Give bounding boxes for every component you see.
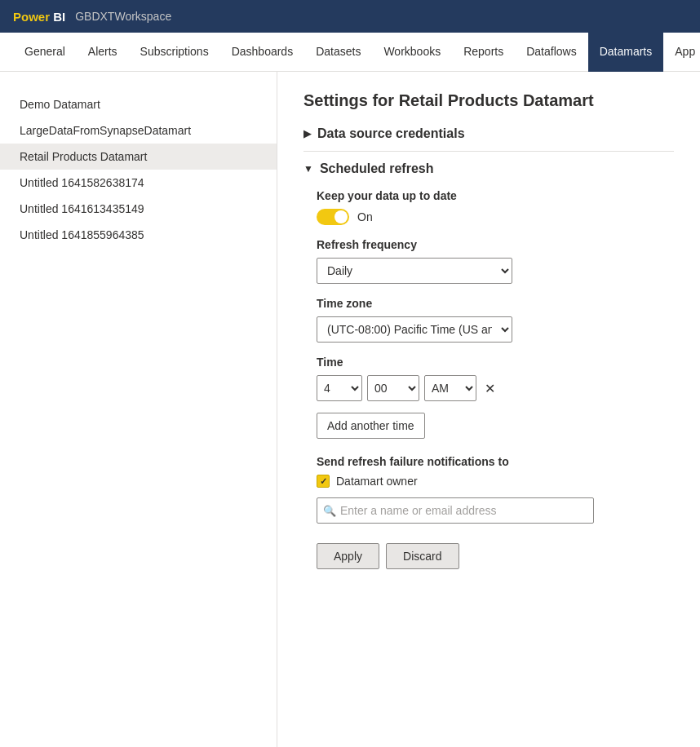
main-layout: Demo Datamart LargeDataFromSynapseDatama… — [0, 72, 700, 747]
tab-reports[interactable]: Reports — [452, 33, 515, 72]
content-area: Settings for Retail Products Datamart ▶ … — [277, 72, 700, 747]
page-title: Settings for Retail Products Datamart — [303, 91, 674, 110]
sidebar-item-untitled-1[interactable]: Untitled 1641582638174 — [0, 170, 277, 196]
datamart-owner-checkbox[interactable] — [317, 475, 330, 488]
discard-button[interactable]: Discard — [386, 543, 459, 569]
tab-datamarts[interactable]: Datamarts — [588, 33, 664, 72]
sidebar-item-demo-datamart[interactable]: Demo Datamart — [0, 91, 277, 117]
sidebar: Demo Datamart LargeDataFromSynapseDatama… — [0, 72, 277, 747]
sidebar-item-untitled-2[interactable]: Untitled 1641613435149 — [0, 196, 277, 222]
divider — [303, 151, 674, 152]
timezone-select[interactable]: (UTC-08:00) Pacific Time (US an… — [317, 316, 512, 343]
notifications-label: Send refresh failure notifications to — [317, 455, 674, 468]
tab-dataflows[interactable]: Dataflows — [515, 33, 587, 72]
tab-workbooks[interactable]: Workbooks — [372, 33, 452, 72]
powerbi-logo: Power BI — [13, 10, 65, 24]
brand: Power BI — [13, 10, 65, 24]
sidebar-item-untitled-3[interactable]: Untitled 1641855964385 — [0, 222, 277, 248]
add-another-time-button[interactable]: Add another time — [317, 413, 425, 439]
action-row: Apply Discard — [317, 543, 674, 569]
hour-select[interactable]: 123 4 5678 9101112 — [317, 375, 362, 401]
scheduled-refresh-section-header[interactable]: ▼ Scheduled refresh — [303, 161, 674, 176]
on-off-toggle[interactable] — [317, 209, 349, 225]
checkbox-row: Datamart owner — [317, 475, 674, 488]
frequency-select[interactable]: Daily Weekly — [317, 258, 512, 284]
keep-data-label: Keep your data up to date — [317, 189, 674, 202]
scheduled-refresh-label: Scheduled refresh — [320, 161, 434, 176]
data-source-arrow: ▶ — [303, 128, 311, 139]
data-source-label: Data source credentials — [317, 126, 465, 141]
ampm-select[interactable]: AMPM — [424, 375, 476, 401]
tab-general[interactable]: General — [13, 33, 77, 72]
workspace-name: GBDXTWorkspace — [75, 10, 171, 23]
refresh-frequency-label: Refresh frequency — [317, 238, 674, 251]
tab-subscriptions[interactable]: Subscriptions — [129, 33, 220, 72]
tab-bar: General Alerts Subscriptions Dashboards … — [0, 33, 700, 72]
toggle-row: On — [317, 209, 674, 225]
tab-app[interactable]: App — [663, 33, 700, 72]
tab-dashboards[interactable]: Dashboards — [220, 33, 305, 72]
datamart-owner-label: Datamart owner — [336, 475, 418, 488]
apply-button[interactable]: Apply — [317, 543, 379, 569]
search-icon: 🔍 — [323, 505, 336, 517]
minute-select[interactable]: 00153045 — [367, 375, 419, 401]
top-bar: Power BI GBDXTWorkspace — [0, 0, 700, 33]
tab-alerts[interactable]: Alerts — [77, 33, 129, 72]
search-wrapper: 🔍 — [317, 497, 594, 524]
data-source-section-header[interactable]: ▶ Data source credentials — [303, 126, 674, 141]
toggle-label: On — [357, 210, 373, 223]
timezone-label: Time zone — [317, 297, 674, 310]
scheduled-refresh-body: Keep your data up to date On Refresh fre… — [303, 189, 674, 569]
time-label: Time — [317, 356, 674, 369]
tab-datasets[interactable]: Datasets — [304, 33, 372, 72]
sidebar-item-retail-products-datamart[interactable]: Retail Products Datamart — [0, 144, 277, 170]
time-row: 123 4 5678 9101112 00153045 AMPM ✕ — [317, 375, 674, 401]
sidebar-item-large-data-datamart[interactable]: LargeDataFromSynapseDatamart — [0, 117, 277, 144]
email-search-input[interactable] — [317, 497, 594, 524]
remove-time-icon[interactable]: ✕ — [481, 379, 498, 398]
scheduled-refresh-arrow: ▼ — [303, 163, 313, 175]
